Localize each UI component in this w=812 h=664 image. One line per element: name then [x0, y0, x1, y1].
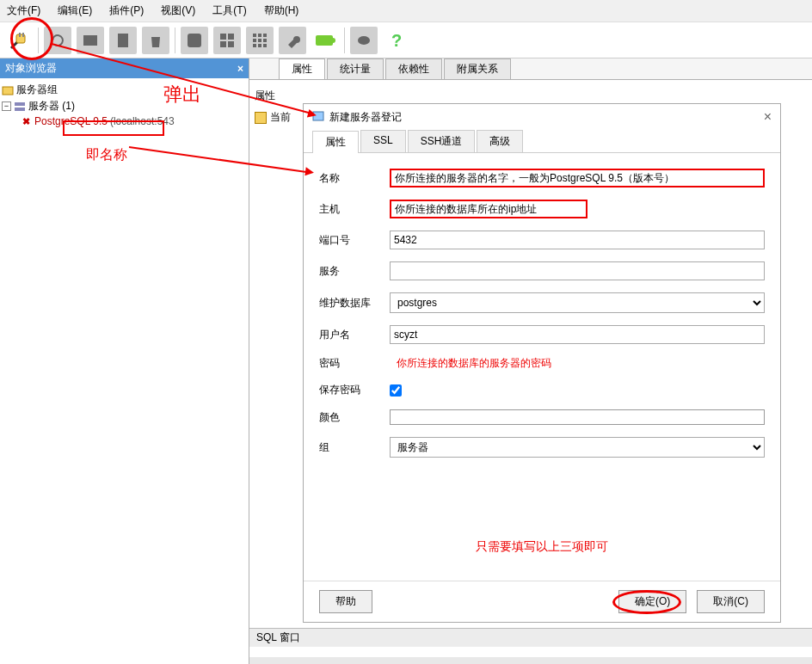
svg-rect-26 — [313, 112, 323, 120]
dialog-tab-ssh[interactable]: SSH通道 — [408, 130, 476, 152]
input-service[interactable] — [390, 261, 765, 280]
menu-bar: 文件(F) 编辑(E) 插件(P) 视图(V) 工具(T) 帮助(H) — [0, 0, 812, 22]
label-host: 主机 — [319, 202, 379, 217]
server-icon — [312, 110, 324, 125]
dialog-close-icon[interactable]: × — [764, 109, 772, 125]
toolbar-separator — [38, 28, 39, 53]
new-server-dialog: 新建服务器登记 × 属性 SSL SSH通道 高级 名称 主机 端口号 服务 维… — [303, 103, 781, 623]
help-icon[interactable]: ? — [383, 27, 410, 54]
hint-icon[interactable] — [350, 27, 378, 54]
sidebar-close-icon[interactable]: × — [237, 63, 243, 75]
menu-view[interactable]: 视图(V) — [157, 2, 199, 20]
sidebar: 对象浏览器 × 服务器组 − 服务器 (1) ✖ PostgreSQL 9.5 — [0, 58, 249, 664]
tab-deps[interactable]: 依赖性 — [385, 58, 442, 79]
input-port[interactable] — [390, 231, 765, 249]
svg-rect-13 — [253, 39, 256, 42]
help-button[interactable]: 帮助 — [319, 590, 372, 613]
input-user[interactable] — [390, 325, 765, 344]
svg-rect-6 — [220, 34, 226, 40]
svg-point-20 — [330, 38, 335, 43]
tree-view: 服务器组 − 服务器 (1) ✖ PostgreSQL 9.5 (localho… — [0, 78, 249, 664]
tree-server-item[interactable]: ✖ PostgreSQL 9.5 (localhost:543 — [2, 114, 247, 128]
tree-servers-label: 服务器 (1) — [28, 99, 75, 114]
svg-rect-8 — [220, 41, 226, 47]
trash-icon[interactable] — [142, 27, 169, 54]
label-password: 密码 — [319, 356, 379, 371]
svg-rect-24 — [15, 102, 25, 106]
svg-rect-7 — [228, 34, 234, 40]
grid-icon[interactable] — [213, 27, 241, 54]
tree-root-label: 服务器组 — [16, 83, 58, 97]
dialog-tab-properties[interactable]: 属性 — [312, 131, 359, 153]
server-group-icon — [2, 84, 14, 96]
svg-rect-3 — [83, 35, 97, 46]
toolbar: ? — [0, 22, 812, 58]
input-name[interactable] — [390, 169, 765, 188]
cancel-button[interactable]: 取消(C) — [697, 590, 765, 613]
dialog-titlebar: 新建服务器登记 × — [304, 104, 780, 130]
menu-tools[interactable]: 工具(T) — [209, 2, 249, 20]
refresh-icon[interactable] — [44, 27, 71, 54]
svg-rect-25 — [15, 108, 25, 111]
table-icon[interactable] — [77, 27, 104, 54]
tree-root[interactable]: 服务器组 — [2, 82, 247, 98]
svg-rect-23 — [3, 87, 13, 95]
doc-icon[interactable] — [109, 27, 137, 54]
menu-plugin[interactable]: 插件(P) — [106, 2, 147, 20]
dialog-title: 新建服务器登记 — [329, 110, 402, 125]
sidebar-title: 对象浏览器 × — [0, 58, 249, 78]
current-icon — [255, 112, 267, 124]
svg-point-21 — [358, 36, 370, 45]
input-host[interactable] — [390, 200, 587, 218]
svg-rect-14 — [258, 39, 261, 42]
svg-rect-4 — [118, 34, 128, 47]
svg-rect-17 — [258, 44, 261, 47]
dialog-tab-ssl[interactable]: SSL — [360, 130, 406, 152]
label-name: 名称 — [319, 171, 379, 186]
tree-server-host: (localhost:543 — [110, 115, 175, 127]
dialog-footer: 帮助 确定(O) 取消(C) — [304, 581, 780, 622]
color-picker[interactable] — [390, 409, 765, 425]
label-user: 用户名 — [319, 328, 379, 342]
sidebar-title-label: 对象浏览器 — [5, 61, 57, 76]
svg-rect-16 — [253, 44, 256, 47]
label-port: 端口号 — [319, 233, 379, 248]
label-color: 颜色 — [319, 410, 379, 425]
menu-edit[interactable]: 编辑(E) — [54, 2, 95, 20]
svg-rect-9 — [228, 41, 234, 47]
svg-rect-18 — [263, 44, 267, 47]
svg-rect-10 — [253, 34, 256, 37]
error-icon: ✖ — [20, 115, 32, 127]
plug-icon[interactable] — [5, 27, 33, 54]
label-service: 服务 — [319, 264, 379, 279]
tree-servers[interactable]: − 服务器 (1) — [2, 98, 247, 114]
dialog-tab-advanced[interactable]: 高级 — [477, 130, 523, 152]
checkbox-savepwd[interactable] — [390, 384, 402, 397]
puzzle-icon[interactable] — [311, 27, 339, 54]
grid2-icon[interactable] — [246, 27, 274, 54]
sql-pane-title: SQL 窗口 — [249, 628, 812, 647]
content-tabs: 属性 统计量 依赖性 附属关系 — [249, 58, 812, 80]
svg-rect-15 — [263, 39, 267, 42]
scrollbar-horizontal[interactable] — [249, 657, 812, 664]
label-maintdb: 维护数据库 — [319, 296, 379, 310]
toolbar-separator — [175, 28, 175, 53]
select-group[interactable]: 服务器 — [390, 437, 765, 458]
collapse-icon[interactable]: − — [2, 101, 11, 111]
sql-icon[interactable] — [181, 27, 208, 54]
svg-rect-12 — [263, 34, 267, 37]
menu-file[interactable]: 文件(F) — [3, 2, 44, 20]
tab-stats[interactable]: 统计量 — [327, 58, 384, 79]
tab-dependents[interactable]: 附属关系 — [444, 58, 511, 79]
tab-properties[interactable]: 属性 — [279, 58, 325, 79]
select-maintdb[interactable]: postgres — [390, 292, 765, 313]
password-hint: 你所连接的数据库的服务器的密码 — [390, 356, 765, 371]
svg-rect-11 — [258, 34, 261, 37]
dialog-tabs: 属性 SSL SSH通道 高级 — [304, 130, 780, 153]
menu-help[interactable]: 帮助(H) — [261, 2, 303, 20]
dialog-form: 名称 主机 端口号 服务 维护数据库 postgres 用户名 密码 你所连接的… — [304, 153, 780, 581]
ok-button[interactable]: 确定(O) — [618, 590, 686, 613]
tree-server-name: PostgreSQL 9.5 — [34, 115, 108, 127]
form-note: 只需要填写以上三项即可 — [319, 539, 765, 572]
wrench-icon[interactable] — [279, 27, 306, 54]
